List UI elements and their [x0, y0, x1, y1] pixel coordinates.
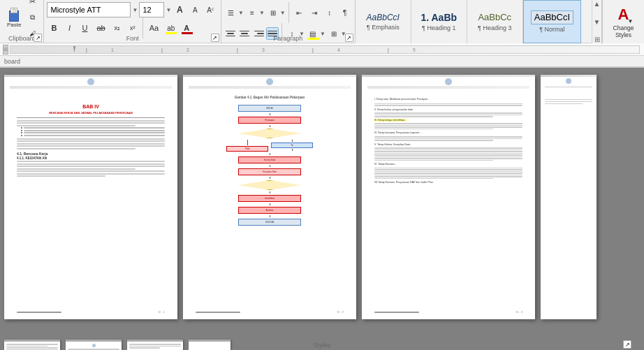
- copy-button[interactable]: ⧉: [25, 10, 39, 24]
- page2-header: Gambar 4.1. Bagan Alir Pelaksanaan Peker…: [196, 96, 344, 99]
- font-name-dropdown[interactable]: ▼: [132, 7, 138, 13]
- paragraph-section-label: Paragraph: [273, 35, 302, 42]
- change-case-button[interactable]: Aa: [146, 21, 162, 35]
- font-section: ▼ ▼ A A Aᶜ B I U ab x₂ x² Aa ab: [44, 0, 221, 43]
- style-heading1[interactable]: 1. AaBb ¶ Heading 1: [411, 0, 467, 43]
- clipboard-section: 📋 Paste ✂ ⧉ 🖌 Clipboard ↗: [0, 0, 44, 43]
- align-right-button[interactable]: [252, 27, 265, 40]
- numbered-list-dropdown[interactable]: ▼: [259, 10, 265, 16]
- thumb-3[interactable]: [127, 340, 183, 350]
- numbered-list-button[interactable]: ≡: [245, 6, 259, 20]
- highlight-button[interactable]: ab: [163, 21, 178, 35]
- bold-button[interactable]: B: [47, 21, 61, 35]
- ruler-bar[interactable]: | 1 | 2 | 3 | 4 | 5: [10, 45, 640, 54]
- style-normal[interactable]: AaBbCcI ¶ Normal: [523, 0, 581, 43]
- multilevel-list-button[interactable]: ⊞: [266, 6, 280, 20]
- clipboard-label: Clipboard: [8, 35, 36, 42]
- align-center-button[interactable]: [238, 27, 251, 40]
- doc-page-3[interactable]: I. Tahap satu, Mobilisasi personil awal,…: [362, 75, 535, 319]
- strikethrough-button[interactable]: ab: [93, 21, 108, 35]
- font-size-input[interactable]: [139, 2, 164, 17]
- doc-page-1[interactable]: BAB IV RENCANA KERJA DAN JADWAL PELAKSAN…: [4, 75, 177, 319]
- ruler-corner[interactable]: ⊞: [3, 45, 8, 54]
- shading-button[interactable]: ▤: [306, 27, 320, 41]
- page3-footer: IV - 3: [374, 310, 522, 314]
- bab-title: BAB IV: [82, 104, 99, 109]
- doc-page-4-partial[interactable]: [541, 75, 597, 319]
- font-color-button[interactable]: A: [180, 21, 193, 35]
- paste-button[interactable]: 📋 Paste: [4, 6, 24, 29]
- paragraph-section: ☰ ▼ ≡ ▼ ⊞ ▼ ⇤ ⇥ ↕ ¶: [221, 0, 356, 43]
- doc-page-2[interactable]: Gambar 4.1. Bagan Alir Pelaksanaan Peker…: [183, 75, 356, 319]
- italic-button[interactable]: I: [62, 21, 76, 35]
- toolbar: 📋 Paste ✂ ⧉ 🖌 Clipboard ↗ ▼ ▼ A: [0, 0, 644, 68]
- multilevel-list-dropdown[interactable]: ▼: [280, 10, 286, 16]
- sort-button[interactable]: ↕: [323, 6, 337, 20]
- font-shrink-button[interactable]: A: [188, 3, 202, 17]
- section-label-row: board: [0, 56, 644, 67]
- toolbar-row1: 📋 Paste ✂ ⧉ 🖌 Clipboard ↗ ▼ ▼ A: [0, 0, 644, 43]
- paragraph-expand[interactable]: ↗: [345, 34, 353, 42]
- clipboard-expand[interactable]: ↗: [34, 34, 42, 42]
- page3-text: I. Tahap satu, Mobilisasi personil awal,…: [374, 97, 522, 185]
- board-label: board: [4, 58, 20, 65]
- font-expand[interactable]: ↗: [211, 34, 219, 42]
- document-area: BAB IV RENCANA KERJA DAN JADWAL PELAKSAN…: [0, 68, 644, 337]
- flowchart: MULAI Persiapan Tidak Ya: [196, 102, 344, 228]
- page2-footer: IV - 2: [196, 310, 344, 314]
- style-emphasis[interactable]: AaBbCcI ¶ Emphasis: [356, 0, 411, 43]
- bullet-list-dropdown[interactable]: ▼: [238, 10, 244, 16]
- superscript-button[interactable]: x²: [126, 21, 140, 35]
- shading-dropdown[interactable]: ▼: [320, 31, 325, 37]
- style-heading3[interactable]: AaBbCc ¶ Heading 3: [467, 0, 523, 43]
- underline-button[interactable]: U: [78, 21, 92, 35]
- bullet-list-button[interactable]: ☰: [224, 6, 238, 20]
- styles-scroll-down[interactable]: ▼: [592, 8, 602, 36]
- bab-subtitle: RENCANA KERJA DAN JADWAL PELAKSANAAN PEK…: [17, 111, 165, 115]
- change-styles-button[interactable]: A ▼ ChangeStyles: [602, 0, 644, 43]
- page1-circle: [87, 78, 94, 85]
- styles-section: AaBbCcI ¶ Emphasis 1. AaBb ¶ Heading 1 A…: [356, 0, 602, 43]
- styles-expand[interactable]: ⊞: [592, 36, 602, 43]
- font-name-input[interactable]: [47, 2, 131, 17]
- subscript-button[interactable]: x₂: [110, 21, 124, 35]
- increase-indent-button[interactable]: ⇥: [307, 6, 321, 20]
- show-marks-button[interactable]: ¶: [338, 6, 352, 20]
- align-left-button[interactable]: [224, 27, 237, 40]
- page1-header-bar: [10, 86, 172, 89]
- ruler: ⊞ | 1 | 2 | 3 | 4 | 5: [0, 43, 644, 56]
- styles-scroll-up[interactable]: ▲: [592, 0, 602, 8]
- cut-button[interactable]: ✂: [25, 0, 39, 8]
- border-button[interactable]: ⊞: [327, 27, 341, 41]
- font-grow-button[interactable]: A: [173, 3, 186, 17]
- page1-footer: IV - 1: [17, 310, 165, 314]
- page3-circle: [445, 78, 452, 85]
- font-section-label: Font: [126, 35, 139, 42]
- thumb-1[interactable]: [4, 340, 60, 350]
- font-size-dropdown[interactable]: ▼: [166, 7, 171, 13]
- thumb-2[interactable]: [66, 340, 122, 350]
- styles-list: AaBbCcI ¶ Emphasis 1. AaBb ¶ Heading 1 A…: [356, 0, 592, 43]
- page2-circle: [266, 78, 273, 85]
- thumb-4[interactable]: [189, 340, 230, 350]
- clear-formatting-button[interactable]: Aᶜ: [203, 3, 218, 17]
- decrease-indent-button[interactable]: ⇤: [292, 6, 306, 20]
